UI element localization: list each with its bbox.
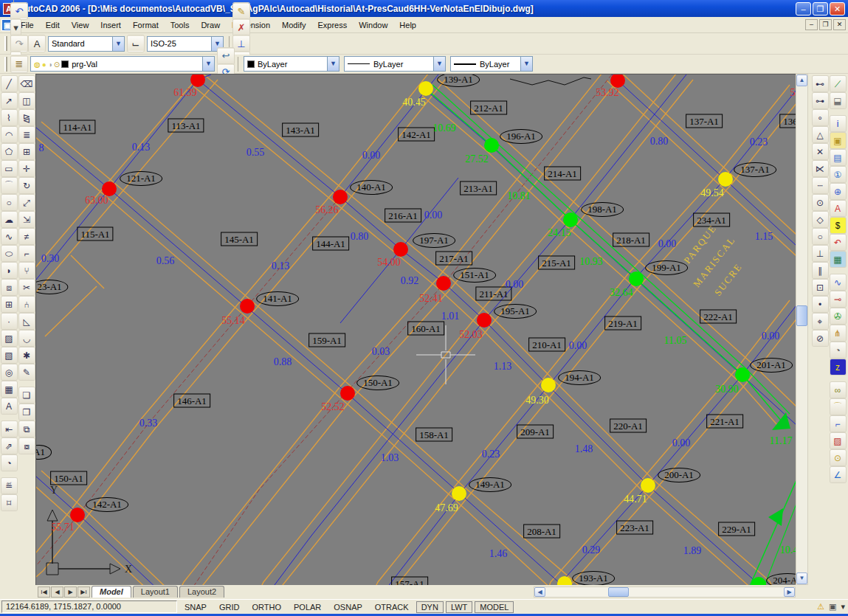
- text-style-dropdown-icon[interactable]: ▼: [112, 37, 124, 51]
- point-button[interactable]: ·: [1, 314, 17, 329]
- insert-block-button[interactable]: ⧈: [1, 280, 17, 295]
- toggle-grid[interactable]: GRID: [214, 601, 245, 613]
- toolbar-grip[interactable]: [4, 36, 7, 51]
- communication-center-icon[interactable]: ⚠: [817, 602, 824, 612]
- scroll-down-icon[interactable]: ▼: [796, 572, 807, 584]
- scale-button[interactable]: ⤢: [19, 195, 35, 210]
- explode-button[interactable]: ✱: [19, 347, 35, 363]
- frame-hatch-button[interactable]: ▨: [830, 433, 846, 449]
- dollar-button[interactable]: $: [830, 218, 846, 233]
- menu-express[interactable]: Express: [311, 18, 353, 32]
- snap-nearest-button[interactable]: ⌖: [813, 314, 828, 329]
- menu-draw[interactable]: Draw: [195, 18, 226, 32]
- horizontal-scroll-thumb[interactable]: [608, 587, 629, 597]
- ellipse-arc-button[interactable]: ◗: [1, 263, 17, 278]
- snap-parallel-button[interactable]: ∥: [813, 263, 828, 278]
- sheet-list-button[interactable]: ≝: [1, 478, 17, 494]
- join-button[interactable]: ⑃: [19, 297, 35, 312]
- faucet-button[interactable]: ⊸: [830, 291, 846, 307]
- sketch-button[interactable]: ✎: [19, 364, 35, 380]
- construction-line-button[interactable]: ↗: [1, 93, 17, 108]
- dim-radius-button[interactable]: ◔: [1, 455, 17, 471]
- circle-button[interactable]: ○: [1, 195, 17, 210]
- menu-edit[interactable]: Edit: [40, 18, 66, 32]
- snap-none-button[interactable]: ⊘: [813, 331, 828, 346]
- status-menu-arrow-icon[interactable]: ▾: [841, 602, 845, 612]
- horizontal-scrollbar[interactable]: ◀ ▶: [534, 586, 796, 598]
- book-button[interactable]: ▤: [830, 150, 846, 165]
- mirror-button[interactable]: ⧎: [19, 110, 35, 125]
- undo-drop-button[interactable]: ▾: [11, 19, 21, 35]
- snap-insert-button[interactable]: ⊡: [813, 280, 828, 295]
- bolt-button[interactable]: z: [830, 359, 846, 375]
- arc-3pt-button[interactable]: ◠: [1, 127, 17, 142]
- chart-network-button[interactable]: ⋔: [830, 325, 846, 341]
- toggle-dyn[interactable]: DYN: [416, 601, 444, 613]
- gradient-button[interactable]: ▧: [1, 347, 17, 363]
- hatch-button[interactable]: ▨: [1, 331, 17, 346]
- tab-nav-2[interactable]: ▶: [64, 586, 77, 598]
- region-button[interactable]: ◎: [1, 364, 17, 380]
- stretch-button[interactable]: ⇲: [19, 212, 35, 227]
- table-button[interactable]: ▦: [1, 381, 17, 397]
- chart-edit-button[interactable]: ⟋: [830, 76, 846, 91]
- dim-edit-button[interactable]: ✎: [233, 3, 249, 19]
- dim-style-combo[interactable]: ISO-25 ▼: [147, 36, 224, 52]
- snap-intersection-button[interactable]: ✕: [813, 144, 828, 159]
- snap-midpoint-button[interactable]: △: [813, 127, 828, 142]
- pipe-section-button[interactable]: ∿: [830, 274, 846, 290]
- tab-nav-0[interactable]: I◀: [38, 586, 50, 598]
- break-button[interactable]: ✂: [19, 280, 35, 295]
- polygon-button[interactable]: ⬠: [1, 144, 17, 159]
- close-button[interactable]: ✕: [830, 2, 845, 15]
- chamfer-button[interactable]: ◺: [19, 314, 35, 329]
- pan-sheet-button[interactable]: ⬓: [830, 93, 846, 108]
- array-button[interactable]: ⊞: [19, 144, 35, 159]
- menu-tools[interactable]: Tools: [165, 18, 196, 32]
- dim-override-button[interactable]: ✗: [233, 19, 249, 35]
- toggle-otrack[interactable]: OTRACK: [370, 601, 414, 613]
- scroll-up-icon[interactable]: ▲: [796, 75, 807, 86]
- toggle-osnap[interactable]: OSNAP: [328, 601, 368, 613]
- snap-endpoint-button[interactable]: ∘: [813, 110, 828, 125]
- snap-node-button[interactable]: •: [813, 297, 828, 312]
- menu-format[interactable]: Format: [127, 18, 165, 32]
- layer-manager-button[interactable]: ≣: [11, 56, 27, 72]
- lock-button[interactable]: ▣: [830, 133, 846, 148]
- dim-style-button[interactable]: ⌙: [128, 35, 144, 52]
- tab-layout1[interactable]: Layout1: [133, 586, 178, 598]
- spline-button[interactable]: ∿: [1, 229, 17, 244]
- make-block-button[interactable]: ⊞: [1, 297, 17, 312]
- scroll-right-icon[interactable]: ▶: [784, 587, 795, 597]
- layer-dropdown-icon[interactable]: ▼: [202, 57, 214, 71]
- mdi-close-button[interactable]: ✕: [833, 19, 846, 30]
- lineweight-combo[interactable]: ByLayer ▼: [450, 56, 533, 72]
- ellipse-button[interactable]: ⬭: [1, 246, 17, 261]
- undo-button[interactable]: ↶: [11, 3, 27, 19]
- tab-layout2[interactable]: Layout2: [179, 586, 224, 598]
- snap-extension-button[interactable]: ┄: [813, 178, 828, 193]
- menu-view[interactable]: View: [66, 18, 95, 32]
- frame-blue-button[interactable]: ⌐: [830, 416, 846, 432]
- text-style-combo[interactable]: Standard ▼: [48, 36, 125, 52]
- vertical-scrollbar[interactable]: ▲ ▼: [796, 74, 808, 585]
- curve-tool-button[interactable]: ⌒: [830, 399, 846, 415]
- color-combo[interactable]: ByLayer ▼: [244, 56, 339, 72]
- chart-pen-button[interactable]: ∠: [830, 467, 846, 482]
- image-landscape-button[interactable]: ▦: [830, 252, 846, 267]
- erase-button[interactable]: ⌫: [19, 76, 35, 91]
- layer-combo[interactable]: ◍●◑⊙ prg-Val ▼: [30, 56, 215, 72]
- menu-help[interactable]: Help: [393, 18, 422, 32]
- timer-button[interactable]: ◔: [830, 342, 846, 358]
- draworder-front-button[interactable]: ❏: [19, 387, 35, 403]
- lineweight-dropdown-icon[interactable]: ▼: [520, 57, 532, 71]
- mdi-minimize-button[interactable]: –: [805, 19, 818, 30]
- info-button[interactable]: i: [830, 116, 846, 131]
- draworder-above-button[interactable]: ⧉: [19, 421, 35, 437]
- snap-from-button[interactable]: ⊶: [813, 93, 828, 108]
- layer-previous-button[interactable]: ↩: [218, 48, 234, 64]
- drawing-canvas[interactable]: 114-A1113-A1143-A1142-A1212-A1137-A11362…: [35, 74, 796, 585]
- draworder-under-button[interactable]: ⧇: [19, 438, 35, 454]
- clock-1-button[interactable]: ①: [830, 167, 846, 182]
- scroll-left-icon[interactable]: ◀: [534, 587, 545, 597]
